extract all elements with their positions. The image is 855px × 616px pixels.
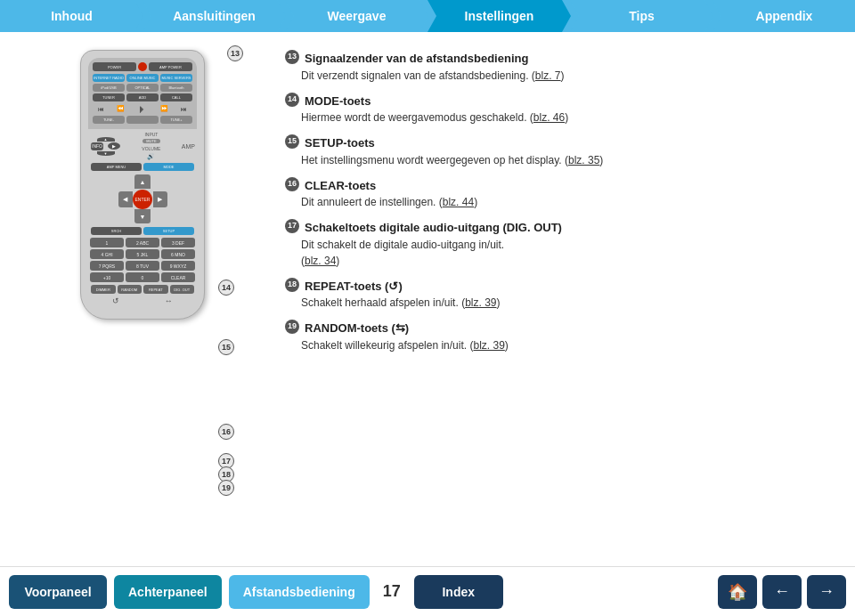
item-title-16: CLEAR-toets	[305, 177, 376, 195]
item-title-18: REPEAT-toets (↺)	[305, 278, 403, 296]
callout-15: 15	[218, 339, 234, 355]
top-navigation: Inhoud Aansluitingen Weergave Instelling…	[0, 0, 855, 32]
remote-top: POWER AMP POWER INTERNET RADIO ONLINE MU…	[88, 58, 197, 129]
item-title-15: SETUP-toets	[305, 134, 375, 152]
item-body-15: Het instellingsmenu wordt weergegeven op…	[301, 154, 562, 166]
tab-aansluitingen[interactable]: Aansluitingen	[142, 0, 286, 32]
arrow-left-icon: ←	[774, 582, 790, 601]
callout-19: 19	[218, 480, 234, 496]
item-num-14: 14	[285, 93, 299, 107]
item-ref-14: (blz. 46)	[530, 111, 568, 124]
desc-item-15: 15 SETUP-toets Het instellingsmenu wordt…	[285, 134, 837, 168]
item-ref-15: (blz. 35)	[565, 154, 603, 166]
item-num-18: 18	[285, 278, 299, 292]
arrow-right-icon: →	[818, 582, 835, 601]
tab-appendix[interactable]: Appendix	[712, 0, 855, 32]
callout-13: 13	[227, 45, 243, 61]
btn-voorpaneel[interactable]: Voorpaneel	[9, 575, 107, 609]
item-num-13: 13	[285, 50, 299, 64]
item-ref-19: (blz. 39)	[469, 339, 508, 352]
btn-afstandsbediening[interactable]: Afstandsbediening	[229, 575, 370, 609]
btn-index[interactable]: Index	[414, 575, 503, 609]
item-num-19: 19	[285, 320, 299, 334]
item-body-13: Dit verzendt signalen van de afstandsbed…	[301, 69, 529, 82]
desc-item-19: 19 RANDOM-toets (⇆) Schakelt willekeurig…	[285, 320, 837, 353]
desc-item-16: 16 CLEAR-toets Dit annuleert de instelli…	[285, 177, 837, 211]
item-body-17: Dit schakelt de digitale audio-uitgang i…	[301, 239, 504, 251]
item-body-19: Schakelt willekeurig afspelen in/uit.	[301, 339, 467, 352]
item-ref-13: (blz. 7)	[532, 69, 565, 82]
remote-container: 13 POWER AMP POWER INTERNET RADIO ONLINE…	[18, 41, 267, 557]
tab-instellingen[interactable]: Instellingen	[428, 0, 571, 32]
desc-item-18: 18 REPEAT-toets (↺) Schakelt herhaald af…	[285, 278, 837, 312]
remote-illustration: POWER AMP POWER INTERNET RADIO ONLINE MU…	[80, 50, 205, 320]
descriptions-panel: 13 Signaalzender van de afstandsbedienin…	[285, 41, 837, 557]
item-title-17: Schakeltoets digitale audio-uitgang (DIG…	[305, 219, 562, 237]
tab-inhoud[interactable]: Inhoud	[0, 0, 143, 32]
home-icon: 🏠	[728, 582, 747, 602]
desc-item-14: 14 MODE-toets Hiermee wordt de weergavem…	[285, 93, 837, 126]
btn-achterpaneel[interactable]: Achterpaneel	[114, 575, 222, 609]
item-num-17: 17	[285, 219, 299, 233]
main-content: 13 POWER AMP POWER INTERNET RADIO ONLINE…	[0, 32, 855, 566]
item-body-18: Schakelt herhaald afspelen in/uit.	[301, 296, 459, 309]
item-body-14: Hiermee wordt de weergavemodus geschakel…	[301, 111, 526, 124]
desc-item-17: 17 Schakeltoets digitale audio-uitgang (…	[285, 219, 837, 269]
callout-16: 16	[218, 424, 234, 440]
item-body-16: Dit annuleert de instellingen.	[301, 196, 436, 208]
btn-home[interactable]: 🏠	[718, 575, 757, 609]
item-title-14: MODE-toets	[305, 93, 370, 110]
btn-prev-page[interactable]: ←	[762, 575, 802, 609]
item-num-15: 15	[285, 134, 299, 149]
page-number: 17	[383, 582, 401, 601]
tab-weergave[interactable]: Weergave	[285, 0, 428, 32]
tab-tips[interactable]: Tips	[570, 0, 713, 32]
bottom-navigation: Voorpaneel Achterpaneel Afstandsbedienin…	[0, 566, 855, 616]
item-ref-17: (blz. 34)	[301, 255, 339, 267]
desc-item-13: 13 Signaalzender van de afstandsbedienin…	[285, 50, 837, 84]
item-num-16: 16	[285, 177, 299, 191]
btn-next-page[interactable]: →	[807, 575, 846, 609]
callout-14: 14	[218, 280, 234, 296]
item-ref-16: (blz. 44)	[439, 196, 477, 208]
item-ref-18: (blz. 39)	[461, 296, 500, 309]
remote-wrapper: 13 POWER AMP POWER INTERNET RADIO ONLINE…	[80, 50, 205, 320]
item-title-19: RANDOM-toets (⇆)	[305, 320, 409, 337]
item-title-13: Signaalzender van de afstandsbediening	[305, 50, 528, 68]
